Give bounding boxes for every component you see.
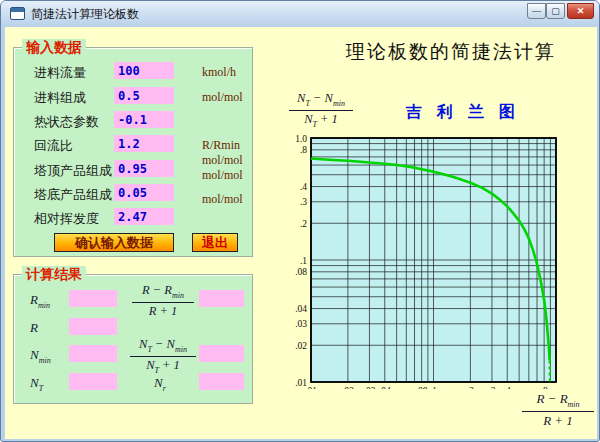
rmin-label: Rmin <box>30 292 50 310</box>
svg-text:.02: .02 <box>295 341 307 351</box>
nmin-output[interactable] <box>69 345 117 362</box>
y-axis-formula: NT − Nmin NT + 1 <box>289 91 353 129</box>
gilliland-chart-title: 吉利兰图 <box>406 102 530 123</box>
svg-text:.2: .2 <box>467 386 474 389</box>
svg-text:.08: .08 <box>416 386 428 389</box>
feed-flow-label: 进料流量 <box>34 64 86 82</box>
bottom-product-unit: mol/mol <box>202 192 243 207</box>
x-axis-formula: R − Rmin R + 1 <box>522 391 594 429</box>
bottom-product-input[interactable] <box>114 184 174 201</box>
svg-text:.2: .2 <box>300 219 307 229</box>
confirm-input-button[interactable]: 确认输入数据 <box>54 233 174 252</box>
feed-composition-label: 进料组成 <box>34 89 86 107</box>
svg-text:.1: .1 <box>300 256 307 266</box>
top-product-input[interactable] <box>114 160 174 177</box>
feed-composition-input[interactable] <box>114 87 174 104</box>
reflux-ratio-unit: R/Rmin mol/mol <box>202 138 252 168</box>
window-title: 简捷法计算理论板数 <box>31 6 139 23</box>
app-window: 简捷法计算理论板数 — ▢ ✕ 输入数据 进料流量 kmol/h 进料组成 mo… <box>0 0 600 442</box>
ratio-n-output[interactable] <box>199 345 244 362</box>
feed-flow-unit: kmol/h <box>202 65 236 80</box>
maximize-button[interactable]: ▢ <box>546 3 565 19</box>
ratio-r-formula: R − Rmin R + 1 <box>132 283 194 319</box>
svg-text:.01: .01 <box>305 386 317 389</box>
nt-output[interactable] <box>69 373 117 390</box>
results-groupbox-title: 计算结果 <box>22 266 86 284</box>
svg-text:1.0: 1.0 <box>295 134 307 144</box>
svg-text:.8: .8 <box>541 386 548 389</box>
svg-text:.04: .04 <box>379 386 391 389</box>
thermal-state-label: 热状态参数 <box>34 113 99 131</box>
exit-button[interactable]: 退出 <box>192 233 238 252</box>
svg-text:.03: .03 <box>295 319 307 329</box>
r-output[interactable] <box>69 318 117 335</box>
svg-text:.02: .02 <box>342 386 354 389</box>
nr-output[interactable] <box>199 373 244 390</box>
top-product-label: 塔顶产品组成 <box>34 162 112 180</box>
svg-text:.08: .08 <box>295 267 307 277</box>
input-groupbox-title: 输入数据 <box>22 39 86 57</box>
ratio-r-output[interactable] <box>199 290 244 307</box>
svg-text:.3: .3 <box>300 197 307 207</box>
svg-text:.8: .8 <box>300 145 307 155</box>
svg-text:.1: .1 <box>430 386 437 389</box>
close-button[interactable]: ✕ <box>567 3 594 19</box>
input-data-groupbox: 输入数据 进料流量 kmol/h 进料组成 mol/mol 热状态参数 回流比 … <box>13 47 253 257</box>
form-icon <box>10 7 25 20</box>
nt-label: NT <box>30 375 43 393</box>
page-title: 理论板数的简捷法计算 <box>301 39 600 65</box>
title-bar: 简捷法计算理论板数 — ▢ ✕ <box>1 1 600 27</box>
relative-volatility-input[interactable] <box>114 208 174 225</box>
ratio-n-formula: NT − Nmin NT + 1 <box>130 337 196 375</box>
nmin-label: Nmin <box>30 347 51 365</box>
svg-text:.04: .04 <box>295 304 307 314</box>
results-groupbox: 计算结果 Rmin R − Rmin R + 1 R Nmin NT − Nmi… <box>13 274 253 404</box>
svg-text:.3: .3 <box>488 386 495 389</box>
top-product-unit: mol/mol <box>202 168 243 183</box>
bottom-product-label: 塔底产品组成 <box>34 186 112 204</box>
reflux-ratio-label: 回流比 <box>34 137 73 155</box>
r-label: R <box>30 320 38 336</box>
feed-flow-input[interactable] <box>114 62 174 79</box>
gilliland-chart: 1.0.8.4.3.2.1.08.04.03.02.01.01.02.03.04… <box>279 127 594 389</box>
reflux-ratio-input[interactable] <box>114 135 174 152</box>
thermal-state-input[interactable] <box>114 111 174 128</box>
feed-composition-unit: mol/mol <box>202 90 243 105</box>
svg-text:.03: .03 <box>364 386 376 389</box>
svg-text:.4: .4 <box>300 182 307 192</box>
relative-volatility-label: 相对挥发度 <box>34 210 99 228</box>
svg-text:.4: .4 <box>504 386 511 389</box>
minimize-button[interactable]: — <box>527 3 546 19</box>
rmin-output[interactable] <box>69 290 117 307</box>
nr-label: Nr <box>154 375 166 393</box>
